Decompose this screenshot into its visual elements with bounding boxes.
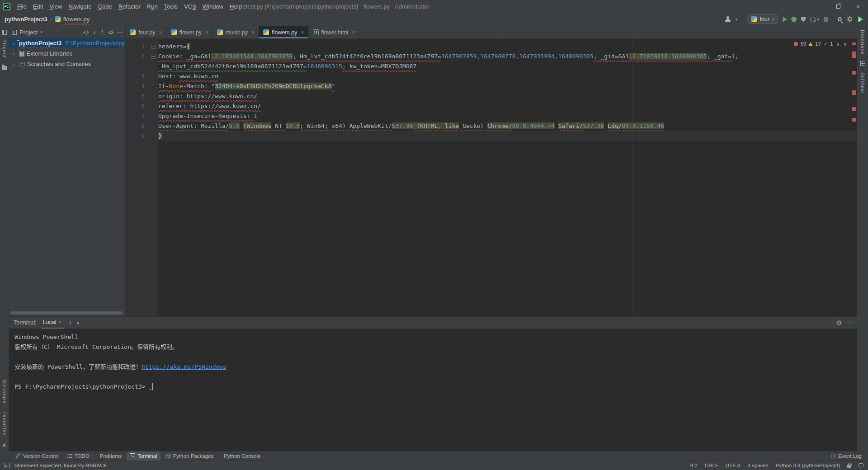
tab-close-icon[interactable]: × bbox=[59, 319, 62, 325]
tool-stripe-structure[interactable]: Structure bbox=[2, 380, 7, 404]
menu-navigate[interactable]: Navigate bbox=[65, 3, 94, 10]
collapse-all-icon[interactable] bbox=[100, 29, 105, 35]
tab-music.py[interactable]: music.py× bbox=[213, 26, 259, 38]
tab-close-icon[interactable]: × bbox=[352, 29, 355, 36]
tab-flower.html[interactable]: Hflower.html× bbox=[309, 26, 360, 38]
tool-window-button-python-packages[interactable]: Python Packages bbox=[162, 451, 217, 461]
code-line[interactable]: 7Upgrade-Insecure-Requests: 1 bbox=[126, 111, 857, 121]
tab-flowers.py[interactable]: flowers.py× bbox=[259, 26, 308, 38]
menu-vcs[interactable]: VCS bbox=[181, 3, 199, 10]
tool-window-button-problems[interactable]: Problems bbox=[94, 451, 125, 461]
project-panel-title[interactable]: Project bbox=[19, 29, 38, 36]
status-caret-position[interactable]: 9:2 bbox=[690, 463, 698, 468]
code-line[interactable]: 1headers={ bbox=[126, 42, 857, 52]
run-with-coverage-button[interactable] bbox=[801, 17, 806, 22]
code-line[interactable]: 9} bbox=[126, 131, 857, 141]
search-everywhere-icon[interactable] bbox=[838, 17, 842, 21]
chevron-down-icon[interactable]: ▾ bbox=[40, 30, 42, 34]
lock-icon[interactable] bbox=[847, 465, 851, 468]
code-line[interactable]: 4If-None-Match: "32404-kDvEBUDiPn209mDCR… bbox=[126, 81, 857, 91]
chevron-right-icon[interactable]: › bbox=[13, 41, 14, 46]
tool-window-button-python-console[interactable]: Python Console bbox=[218, 451, 264, 461]
menu-tools[interactable]: Tools bbox=[161, 3, 181, 10]
code-text: Host: www.kuwo.cn bbox=[158, 71, 857, 81]
menu-run[interactable]: Run bbox=[144, 3, 161, 10]
maximize-button[interactable] bbox=[828, 0, 848, 13]
terminal-link[interactable]: https://aka.ms/PSWindows bbox=[142, 363, 226, 370]
breadcrumb-file[interactable]: flowers.py bbox=[63, 16, 90, 23]
code-line[interactable]: 5origin: https://www.kuwo.cn/ bbox=[126, 91, 857, 101]
tool-stripe-database[interactable]: Database bbox=[860, 30, 865, 55]
tool-stripe-sciview[interactable]: SciView bbox=[860, 72, 865, 93]
chevron-right-icon[interactable]: › bbox=[13, 61, 17, 67]
tool-window-button-version-control[interactable]: Version Control bbox=[13, 451, 62, 461]
tool-window-button-terminal[interactable]: Terminal bbox=[127, 451, 160, 461]
previous-problem-icon[interactable]: ∧ bbox=[836, 42, 840, 47]
status-interpreter[interactable]: Python 3.9 (pythonProject3) bbox=[775, 463, 840, 468]
run-button[interactable] bbox=[783, 17, 787, 22]
hide-panel-icon[interactable]: — bbox=[117, 29, 123, 36]
editor-body[interactable]: 1headers={2Cookie: _ga=GA1.2.185401544.1… bbox=[126, 39, 857, 316]
code-line[interactable]: 2Cookie: _ga=GA1.2.185401544.1647907859;… bbox=[126, 52, 857, 61]
tab-four.py[interactable]: four.py× bbox=[126, 26, 167, 38]
code-line[interactable]: 8User-Agent: Mozilla/5.0 (Windows NT 10.… bbox=[126, 121, 857, 131]
tree-item-External-Libraries[interactable]: ›External Libraries bbox=[9, 48, 125, 59]
code-line[interactable]: Hm_lpvt_cdb524f42f0ce19b169a8071123a4797… bbox=[126, 61, 857, 71]
chevron-down-icon[interactable]: ∨ bbox=[76, 320, 80, 325]
menu-window[interactable]: Window bbox=[199, 3, 226, 10]
minimize-button[interactable]: – bbox=[808, 0, 828, 13]
menu-edit[interactable]: Edit bbox=[30, 3, 46, 10]
settings-gear-icon[interactable] bbox=[846, 16, 853, 23]
tree-item-pythonProject3[interactable]: ›pythonProject3F:\PycharmProjects\python… bbox=[9, 38, 125, 48]
tool-window-button-todo[interactable]: TODO bbox=[64, 451, 93, 461]
profiler-button[interactable] bbox=[810, 17, 816, 22]
ide-features-icon[interactable] bbox=[858, 16, 863, 22]
locate-file-icon[interactable] bbox=[83, 29, 89, 35]
new-terminal-icon[interactable]: + bbox=[68, 319, 72, 326]
tab-close-icon[interactable]: × bbox=[301, 29, 304, 36]
status-line-separator[interactable]: CRLF bbox=[705, 463, 718, 468]
close-button[interactable]: × bbox=[848, 0, 868, 13]
fold-marker-icon[interactable] bbox=[151, 55, 156, 59]
tab-close-icon[interactable]: × bbox=[251, 29, 255, 36]
tool-window-switcher-icon[interactable] bbox=[5, 463, 10, 468]
menu-refactor[interactable]: Refactor bbox=[115, 3, 144, 10]
menu-file[interactable]: File bbox=[14, 3, 30, 10]
menu-view[interactable]: View bbox=[46, 3, 65, 10]
terminal-tab-local[interactable]: Local × bbox=[41, 317, 64, 329]
run-configuration-select[interactable]: four ▾ bbox=[747, 14, 778, 24]
hide-terminal-icon[interactable]: — bbox=[847, 320, 853, 326]
terminal-output[interactable]: Windows PowerShell版权所有（C） Microsoft Corp… bbox=[9, 329, 857, 451]
line-number: 1 bbox=[126, 42, 148, 52]
status-encoding[interactable]: UTF-8 bbox=[726, 463, 741, 468]
tab-flower.py[interactable]: flower.py× bbox=[167, 26, 213, 38]
typo-count[interactable]: 1 bbox=[830, 41, 833, 47]
tool-stripe-favorites[interactable]: Favorites bbox=[2, 411, 7, 436]
expand-all-icon[interactable] bbox=[92, 29, 97, 35]
menu-code[interactable]: Code bbox=[95, 3, 115, 10]
star-icon[interactable]: ★ bbox=[2, 442, 7, 448]
tab-close-icon[interactable]: × bbox=[159, 29, 162, 36]
fold-marker-icon[interactable] bbox=[151, 45, 156, 49]
event-log-button[interactable]: Event Log bbox=[830, 453, 862, 459]
profile-dropdown-icon[interactable] bbox=[725, 16, 731, 22]
next-problem-icon[interactable]: ∨ bbox=[844, 42, 847, 47]
tab-close-icon[interactable]: × bbox=[205, 29, 208, 36]
status-indent[interactable]: 4 spaces bbox=[747, 463, 768, 468]
horizontal-scrollbar[interactable] bbox=[10, 311, 123, 315]
code-line[interactable]: 3Host: www.kuwo.cn bbox=[126, 71, 857, 81]
chevron-right-icon[interactable]: › bbox=[13, 51, 17, 56]
warning-count[interactable]: 17 bbox=[815, 41, 821, 47]
debug-button[interactable] bbox=[792, 17, 796, 22]
notifications-icon[interactable] bbox=[859, 463, 863, 467]
code-line[interactable]: 6referer: https://www.kuwo.cn/ bbox=[126, 101, 857, 111]
tool-stripe-project[interactable]: Project bbox=[2, 39, 7, 58]
status-message[interactable]: Statement expected, found Py:RBRACE bbox=[14, 463, 107, 468]
terminal-settings-gear-icon[interactable] bbox=[836, 320, 842, 326]
breadcrumb-project[interactable]: pythonProject3 bbox=[5, 16, 47, 23]
tree-item-Scratches-and-Consoles[interactable]: ›Scratches and Consoles bbox=[9, 59, 125, 69]
commit-tool-icon[interactable] bbox=[2, 66, 7, 70]
error-count[interactable]: 59 bbox=[800, 41, 806, 47]
panel-settings-gear-icon[interactable] bbox=[108, 29, 114, 35]
error-stripe[interactable] bbox=[851, 39, 857, 316]
